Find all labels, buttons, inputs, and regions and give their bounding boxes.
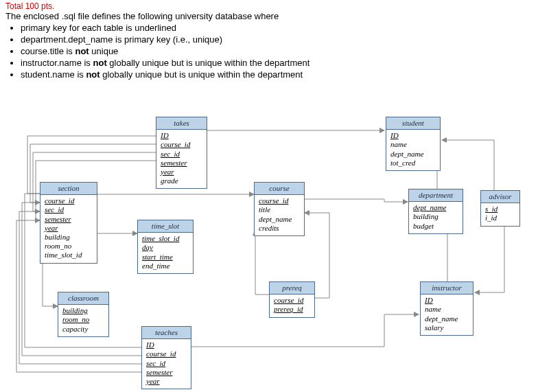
entity-attrs: ID course_id sec_id semester year — [142, 339, 191, 389]
entity-advisor: advisor s_id i_id — [480, 190, 520, 227]
entity-title: department — [409, 189, 463, 202]
entity-attrs: ID name dept_name tot_cred — [386, 130, 440, 170]
entity-title: student — [386, 117, 440, 130]
entity-title: prereq — [270, 282, 314, 295]
entity-teaches: teaches ID course_id sec_id semester yea… — [141, 326, 191, 389]
entity-classroom: classroom building room_no capacity — [58, 292, 109, 337]
entity-time-slot: time_slot time_slot_id day start_time en… — [137, 220, 194, 274]
entity-title: section — [40, 183, 97, 195]
entity-attrs: ID name dept_name salary — [421, 295, 473, 335]
entity-course: course course_id title dept_name credits — [254, 182, 305, 236]
entity-title: instructor — [421, 282, 473, 295]
intro-text: The enclosed .sql file defines the follo… — [5, 11, 533, 21]
entity-title: course — [255, 183, 304, 195]
entity-attrs: s_id i_id — [481, 203, 519, 225]
bullet-item: primary key for each table is underlined — [21, 23, 533, 33]
entity-attrs: course_id sec_id semester year building … — [40, 195, 97, 262]
entity-section: section course_id sec_id semester year b… — [40, 182, 97, 264]
entity-title: time_slot — [138, 220, 193, 233]
entity-title: takes — [156, 117, 207, 130]
cutoff-text: Total 100 pts. — [5, 1, 533, 11]
entity-instructor: instructor ID name dept_name salary — [420, 281, 473, 336]
bullet-item: instructor.name is not globally unique b… — [21, 58, 533, 68]
entity-attrs: time_slot_id day start_time end_time — [138, 233, 193, 273]
entity-attrs: course_id title dept_name credits — [255, 195, 304, 235]
bullet-item: department.dept_name is primary key (i.e… — [21, 34, 533, 45]
bullet-item: student.name is not globally unique but … — [21, 69, 533, 80]
entity-title: advisor — [481, 191, 519, 203]
bullet-list: primary key for each table is underlined… — [21, 23, 533, 80]
entity-takes: takes ID course_id sec_id semester year … — [156, 117, 207, 189]
entity-attrs: ID course_id sec_id semester year grade — [156, 130, 207, 188]
entity-attrs: dept_name building budget — [409, 202, 463, 233]
bullet-item: course.title is not unique — [21, 46, 533, 56]
entity-student: student ID name dept_name tot_cred — [386, 117, 441, 171]
header: Total 100 pts. The enclosed .sql file de… — [0, 0, 538, 81]
entity-title: classroom — [58, 292, 108, 305]
entity-department: department dept_name building budget — [408, 189, 463, 234]
entity-prereq: prereq course_id prereq_id — [269, 281, 315, 318]
er-diagram: takes ID course_id sec_id semester year … — [0, 110, 538, 392]
entity-title: teaches — [142, 327, 191, 339]
entity-attrs: building room_no capacity — [58, 305, 108, 336]
entity-attrs: course_id prereq_id — [270, 295, 314, 316]
